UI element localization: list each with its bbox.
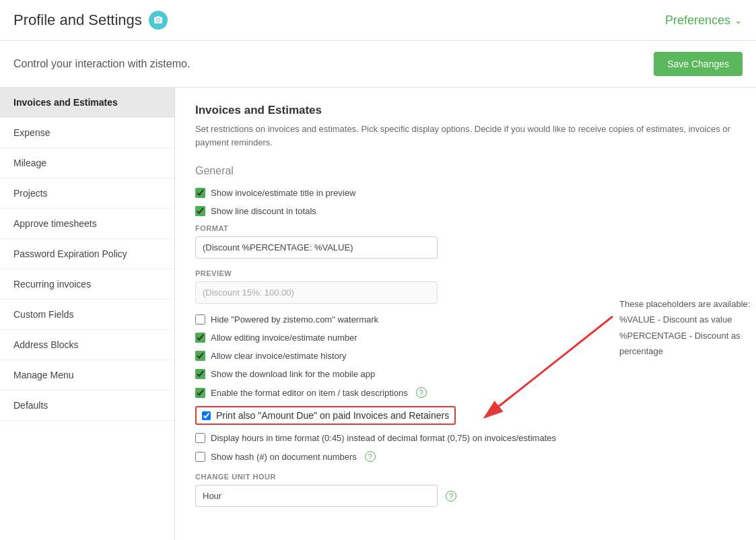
checkbox-print-amount-due-highlighted: Print also "Amount Due" on paid Invoices…: [195, 406, 456, 425]
page-header: Profile and Settings Preferences ⌄: [0, 0, 756, 41]
svg-point-0: [157, 19, 160, 22]
preview-label: PREVIEW: [195, 269, 736, 277]
format-label: FORMAT: [195, 224, 736, 232]
checkbox-show-discount-label: Show line discount in totals: [211, 206, 316, 216]
checkbox-hide-watermark-input[interactable]: [195, 314, 205, 325]
checkbox-print-amount-due-row: Print also "Amount Due" on paid Invoices…: [195, 406, 736, 425]
hour-select[interactable]: Hour: [195, 485, 438, 507]
section-description: Set restrictions on invoices and estimat…: [195, 123, 736, 149]
sidebar-item-address-blocks[interactable]: Address Blocks: [0, 330, 174, 360]
format-field-group: FORMAT These placeholders are available:…: [195, 224, 736, 259]
checkbox-show-discount-input[interactable]: [195, 206, 205, 216]
sidebar: Invoices and Estimates Expense Mileage P…: [0, 88, 175, 540]
checkbox-allow-editing-number-input[interactable]: [195, 333, 205, 343]
checkbox-display-hours-input[interactable]: [195, 433, 205, 443]
section-title: Invoices and Estimates: [195, 104, 736, 117]
placeholder-hint-line1: %VALUE - Discount as value: [619, 312, 756, 327]
header-right[interactable]: Preferences ⌄: [665, 13, 743, 28]
change-unit-hour-label: CHANGE UNIT HOUR: [195, 473, 736, 481]
checkbox-print-amount-due-input[interactable]: [202, 411, 211, 420]
checkbox-show-title: Show invoice/estimate title in preview: [195, 188, 736, 198]
preview-value: (Discount 15%: 100.00): [195, 281, 438, 304]
checkbox-show-download-link-input[interactable]: [195, 369, 205, 379]
content-area: Invoices and Estimates Set restrictions …: [175, 88, 756, 540]
checkbox-show-download-link: Show the download link for the mobile ap…: [195, 369, 736, 379]
format-input[interactable]: [195, 236, 438, 259]
sidebar-item-custom-fields[interactable]: Custom Fields: [0, 300, 174, 330]
subheader-description: Control your interaction with zistemo.: [13, 58, 190, 70]
general-subsection-title: General: [195, 165, 736, 177]
sidebar-item-recurring-invoices[interactable]: Recurring invoices: [0, 269, 174, 300]
camera-icon[interactable]: [149, 11, 168, 30]
help-icon-hash[interactable]: ?: [365, 451, 376, 462]
help-icon-hour[interactable]: ?: [446, 491, 456, 502]
sidebar-item-expense[interactable]: Expense: [0, 118, 174, 148]
sidebar-item-manage-menu[interactable]: Manage Menu: [0, 360, 174, 391]
sidebar-item-mileage[interactable]: Mileage: [0, 148, 174, 178]
placeholder-hint-line2: %PERCENTAGE - Discount as percentage: [619, 328, 756, 360]
checkbox-show-hash-label: Show hash (#) on document numbers: [211, 452, 357, 462]
main-layout: Invoices and Estimates Expense Mileage P…: [0, 88, 756, 540]
save-changes-button[interactable]: Save Changes: [654, 52, 743, 76]
checkbox-enable-format-editor-label: Enable the format editor on item / task …: [211, 388, 408, 398]
sidebar-item-invoices-estimates[interactable]: Invoices and Estimates: [0, 88, 174, 118]
chevron-down-icon[interactable]: ⌄: [734, 15, 743, 26]
placeholder-hint: These placeholders are available: %VALUE…: [619, 296, 756, 360]
checkbox-show-title-label: Show invoice/estimate title in preview: [211, 188, 355, 198]
checkbox-allow-clear-history-input[interactable]: [195, 351, 205, 361]
checkbox-show-hash: Show hash (#) on document numbers ?: [195, 451, 736, 462]
checkbox-show-discount: Show line discount in totals: [195, 206, 736, 216]
change-unit-hour-group: CHANGE UNIT HOUR Hour ?: [195, 473, 736, 507]
checkbox-enable-format-editor: Enable the format editor on item / task …: [195, 387, 736, 398]
subheader: Control your interaction with zistemo. S…: [0, 41, 756, 88]
header-left: Profile and Settings: [13, 11, 168, 30]
hour-input-row: Hour ?: [195, 485, 736, 507]
checkbox-show-download-link-label: Show the download link for the mobile ap…: [211, 369, 375, 379]
checkbox-show-title-input[interactable]: [195, 188, 205, 198]
checkbox-hide-watermark-label: Hide "Powered by zistemo.com" watermark: [211, 314, 378, 325]
sidebar-item-projects[interactable]: Projects: [0, 178, 174, 209]
checkbox-allow-clear-history-label: Allow clear invoice/estimate history: [211, 351, 347, 361]
checkbox-display-hours: Display hours in time format (0:45) inst…: [195, 433, 736, 443]
placeholder-hint-title: These placeholders are available:: [619, 296, 756, 312]
preferences-link[interactable]: Preferences: [665, 13, 730, 28]
checkbox-print-amount-due-label: Print also "Amount Due" on paid Invoices…: [216, 410, 449, 421]
help-icon-format-editor[interactable]: ?: [416, 387, 427, 398]
page-title: Profile and Settings: [13, 11, 142, 29]
checkbox-display-hours-label: Display hours in time format (0:45) inst…: [211, 433, 556, 443]
sidebar-item-approve-timesheets[interactable]: Approve timesheets: [0, 209, 174, 239]
checkbox-allow-editing-number-label: Allow editing invoice/estimate number: [211, 333, 357, 343]
sidebar-item-defaults[interactable]: Defaults: [0, 391, 174, 421]
checkbox-show-hash-input[interactable]: [195, 452, 205, 462]
checkbox-enable-format-editor-input[interactable]: [195, 388, 205, 398]
sidebar-item-password-expiration[interactable]: Password Expiration Policy: [0, 239, 174, 269]
